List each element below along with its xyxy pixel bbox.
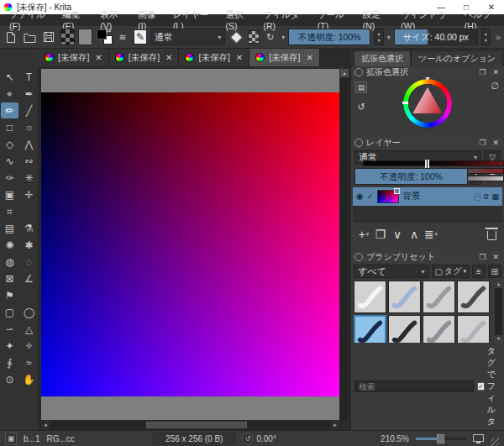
tool-contiguous-select[interactable]: ✧ xyxy=(20,338,38,354)
document-tab[interactable]: [未保存] ✕ xyxy=(109,49,180,66)
close-docker-icon[interactable]: ✕ xyxy=(491,139,501,147)
float-docker-icon[interactable]: ❐ xyxy=(477,253,487,261)
layer-visibility-icon[interactable]: ◉ xyxy=(356,192,364,201)
docker-splitter[interactable]: ······ xyxy=(351,131,504,137)
float-docker-icon[interactable]: ❐ xyxy=(477,68,487,76)
tool-assistants[interactable]: ⊠ xyxy=(1,270,18,286)
alpha-lock-icon[interactable]: α xyxy=(484,192,489,201)
vertical-scrollbar[interactable]: ▴ xyxy=(340,69,349,420)
tool-dynamic-brush[interactable]: ✑ xyxy=(1,170,18,186)
scroll-down-icon[interactable]: ▾ xyxy=(495,335,502,343)
close-docker-icon[interactable]: ✕ xyxy=(491,253,501,261)
move-layer-up-button[interactable]: ∧ xyxy=(407,226,422,242)
tool-path-select[interactable]: ∮ xyxy=(1,354,18,370)
tab-close-icon[interactable]: ✕ xyxy=(95,53,102,62)
docker-lock-icon[interactable] xyxy=(354,253,363,261)
tool-rect-select[interactable]: ▢ xyxy=(1,304,18,320)
tool-bezier-curve[interactable]: ∿ xyxy=(1,153,18,169)
tool-magnetic-select[interactable]: ≈ xyxy=(20,354,38,370)
preset-filter-dropdown[interactable]: すべて ▾ xyxy=(354,265,429,278)
open-document-button[interactable] xyxy=(23,29,39,46)
new-document-button[interactable] xyxy=(3,29,19,46)
brush-preset-tile[interactable] xyxy=(423,281,455,313)
docker-tab[interactable]: 拡張色選択 xyxy=(354,50,411,66)
brush-preset-tile[interactable] xyxy=(388,315,421,343)
tag-filter-toggle[interactable]: ✓ タグでフィルタ xyxy=(477,345,501,428)
canvas-rotation[interactable]: ↺ 0.00° xyxy=(242,433,276,444)
color-wheel[interactable] xyxy=(403,79,452,128)
save-button[interactable] xyxy=(41,29,57,46)
tool-smart-patch[interactable]: ✺ xyxy=(1,237,18,253)
tool-multibrush[interactable]: ✳ xyxy=(20,170,38,186)
tool-transform[interactable]: ▣ xyxy=(1,186,18,202)
tool-measure[interactable]: ∠ xyxy=(20,270,38,286)
inherit-alpha-icon[interactable]: ▦ xyxy=(491,192,499,201)
tool-reference-images[interactable]: ⚑ xyxy=(1,287,18,303)
grid-view-button[interactable]: ⊞ xyxy=(488,265,501,278)
tool-text[interactable]: T xyxy=(20,69,38,85)
list-view-button[interactable]: ≡ xyxy=(472,265,486,278)
color-history-icon[interactable]: ↺ xyxy=(355,102,367,113)
brush-preset-tile[interactable] xyxy=(354,315,386,343)
tool-select-shapes[interactable]: ↖ xyxy=(1,69,18,85)
close-docker-icon[interactable]: ✕ xyxy=(491,68,501,76)
tool-move[interactable]: ✛ xyxy=(20,186,38,202)
docker-tab[interactable]: ツールのオプション xyxy=(411,50,503,66)
gradient-swatch-button[interactable] xyxy=(60,29,75,45)
checkbox-checked-icon[interactable]: ✓ xyxy=(477,382,485,391)
scroll-up-icon[interactable]: ▴ xyxy=(495,281,502,288)
eraser-mode-button[interactable] xyxy=(228,29,244,46)
layer-checkbox[interactable]: ✓ xyxy=(367,192,374,201)
tool-freehand-brush[interactable]: ✏ xyxy=(1,102,18,118)
docker-lock-icon[interactable] xyxy=(354,139,363,147)
tool-freehand-path[interactable]: ∾ xyxy=(20,153,38,169)
tool-ellipse-select[interactable]: ◯ xyxy=(20,304,38,320)
toolbar-overflow-button[interactable]: » xyxy=(496,32,501,42)
tool-ellipse[interactable]: ○ xyxy=(20,119,38,135)
brush-preset-tile[interactable] xyxy=(423,315,455,343)
tool-similar-select[interactable]: ✦ xyxy=(1,338,18,354)
float-docker-icon[interactable]: ❐ xyxy=(477,139,487,147)
tag-button[interactable]: ▢ タグ ▾ xyxy=(432,265,470,278)
duplicate-layer-button[interactable]: ❐ xyxy=(373,226,388,242)
spin-up-icon[interactable]: ▴ xyxy=(482,30,490,37)
foreground-background-colors[interactable]: ⇄ xyxy=(96,29,112,46)
layer-lock-icon[interactable] xyxy=(474,196,480,201)
brush-preset-tile[interactable] xyxy=(354,281,386,313)
layer-row-background[interactable]: ◉ ✓ 背景 α ▦ xyxy=(353,187,502,206)
opacity-slider[interactable]: 不透明度: 100% xyxy=(288,29,370,45)
horizontal-scrollbar[interactable]: ◂ ▸ xyxy=(41,421,339,429)
edit-brush-settings-button[interactable]: ✎ xyxy=(134,29,147,45)
window-resize-grip[interactable] xyxy=(491,438,499,446)
tool-polygon-select[interactable]: △ xyxy=(20,321,38,337)
tool-rectangle[interactable]: □ xyxy=(1,119,18,135)
spin-down-icon[interactable]: ▾ xyxy=(482,37,490,44)
brush-preset-tile[interactable] xyxy=(388,281,421,313)
color-selector-settings-button[interactable]: ▤ xyxy=(355,81,367,93)
docker-lock-icon[interactable] xyxy=(354,68,363,76)
blending-mode-dropdown[interactable]: 通常 ▾ xyxy=(150,29,225,45)
tool-pan[interactable]: ✋ xyxy=(20,371,38,387)
rotation-reset-icon[interactable]: ↺ xyxy=(242,433,253,444)
tool-colorize-mask[interactable]: ✱ xyxy=(20,237,38,253)
size-spinner[interactable]: ▴▾ xyxy=(481,29,491,45)
brush-size-slider[interactable]: サイズ: 40.00 px xyxy=(394,29,478,45)
fit-to-screen-icon[interactable] xyxy=(473,434,484,442)
add-layer-button[interactable]: +▾ xyxy=(356,226,371,242)
tool-polygon[interactable]: ◇ xyxy=(1,136,18,152)
tool-calligraphy[interactable]: ✒ xyxy=(20,86,38,102)
zoom-slider-thumb[interactable] xyxy=(437,434,444,443)
tab-close-icon[interactable]: ✕ xyxy=(307,53,313,62)
choose-brush-preset-button[interactable]: ≋ xyxy=(115,29,131,46)
tab-close-icon[interactable]: ✕ xyxy=(165,53,172,62)
tab-close-icon[interactable]: ✕ xyxy=(236,53,243,62)
tool-gradient[interactable]: ▤ xyxy=(1,220,18,236)
preset-search-input[interactable] xyxy=(354,380,474,392)
channel-bar-1[interactable] xyxy=(363,160,504,166)
reload-preset-button[interactable]: ↻ xyxy=(263,29,279,46)
tool-color-sampler[interactable]: ⚗ xyxy=(20,220,38,236)
layer-opacity-slider[interactable]: 不透明度: 100% xyxy=(354,168,468,185)
spin-down-icon[interactable]: ▾ xyxy=(375,37,382,44)
scroll-left-icon[interactable]: ◂ xyxy=(41,421,50,429)
spin-up-icon[interactable]: ▴ xyxy=(375,30,382,37)
